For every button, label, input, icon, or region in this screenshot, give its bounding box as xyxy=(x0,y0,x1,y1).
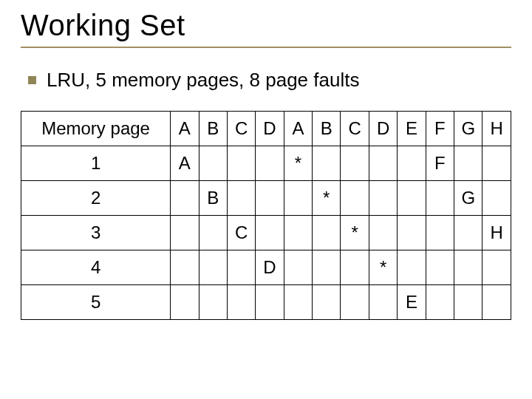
cell xyxy=(171,285,199,320)
cell: * xyxy=(341,216,369,250)
cell xyxy=(398,216,426,250)
cell xyxy=(426,250,454,285)
cell xyxy=(313,146,341,181)
table-row: 5 E xyxy=(21,285,511,320)
col-header: F xyxy=(426,112,454,146)
cell: * xyxy=(284,146,312,181)
cell xyxy=(369,181,397,216)
cell xyxy=(454,216,482,250)
col-header: A xyxy=(284,112,312,146)
table-row: 4 D * xyxy=(21,250,511,285)
cell xyxy=(227,285,255,320)
table-row: 2 B * G xyxy=(21,181,511,216)
cell xyxy=(171,250,199,285)
cell xyxy=(199,146,227,181)
cell xyxy=(313,216,341,250)
cell xyxy=(482,146,511,181)
cell xyxy=(454,146,482,181)
row-label: 4 xyxy=(21,250,171,285)
row-label: 3 xyxy=(21,216,171,250)
table-row: 3 C * H xyxy=(21,216,511,250)
col-header: C xyxy=(341,112,369,146)
cell: * xyxy=(369,250,397,285)
slide: Working Set LRU, 5 memory pages, 8 page … xyxy=(0,0,532,399)
col-header: D xyxy=(369,112,397,146)
cell: G xyxy=(454,181,482,216)
cell xyxy=(284,181,312,216)
cell: H xyxy=(482,216,511,250)
cell: C xyxy=(227,216,255,250)
square-bullet-icon xyxy=(28,76,36,84)
col-header: C xyxy=(227,112,255,146)
cell xyxy=(454,285,482,320)
cell xyxy=(398,146,426,181)
cell xyxy=(199,285,227,320)
cell xyxy=(369,216,397,250)
cell xyxy=(398,250,426,285)
row-label: 2 xyxy=(21,181,171,216)
cell xyxy=(256,146,284,181)
cell xyxy=(369,285,397,320)
cell xyxy=(313,285,341,320)
cell xyxy=(482,181,511,216)
bullet-item: LRU, 5 memory pages, 8 page faults xyxy=(28,69,511,92)
col-header: B xyxy=(313,112,341,146)
cell xyxy=(341,250,369,285)
cell xyxy=(256,216,284,250)
table-row: 1 A * F xyxy=(21,146,511,181)
cell xyxy=(482,250,511,285)
row-label: 1 xyxy=(21,146,171,181)
col-header: H xyxy=(482,112,511,146)
cell xyxy=(454,250,482,285)
cell xyxy=(426,285,454,320)
row-header-label: Memory page xyxy=(21,112,171,146)
cell: E xyxy=(398,285,426,320)
cell: F xyxy=(426,146,454,181)
cell xyxy=(199,216,227,250)
cell: A xyxy=(171,146,199,181)
col-header: E xyxy=(398,112,426,146)
cell xyxy=(482,285,511,320)
page-title: Working Set xyxy=(21,9,511,42)
col-header: B xyxy=(199,112,227,146)
cell xyxy=(284,285,312,320)
cell: B xyxy=(199,181,227,216)
cell xyxy=(227,250,255,285)
cell xyxy=(426,181,454,216)
cell xyxy=(284,250,312,285)
bullet-text: LRU, 5 memory pages, 8 page faults xyxy=(47,69,359,92)
row-label: 5 xyxy=(21,285,171,320)
cell: D xyxy=(256,250,284,285)
memory-table: Memory page A B C D A B C D E F G H 1 A … xyxy=(21,111,511,320)
cell xyxy=(341,285,369,320)
cell xyxy=(171,216,199,250)
cell xyxy=(369,146,397,181)
cell xyxy=(171,181,199,216)
cell xyxy=(227,181,255,216)
cell xyxy=(341,146,369,181)
cell xyxy=(227,146,255,181)
title-wrap: Working Set xyxy=(21,9,511,48)
col-header: A xyxy=(171,112,199,146)
cell xyxy=(199,250,227,285)
table-header-row: Memory page A B C D A B C D E F G H xyxy=(21,112,511,146)
cell xyxy=(426,216,454,250)
cell xyxy=(256,181,284,216)
cell xyxy=(313,250,341,285)
cell xyxy=(256,285,284,320)
cell xyxy=(398,181,426,216)
cell xyxy=(284,216,312,250)
col-header: D xyxy=(256,112,284,146)
col-header: G xyxy=(454,112,482,146)
cell: * xyxy=(313,181,341,216)
cell xyxy=(341,181,369,216)
